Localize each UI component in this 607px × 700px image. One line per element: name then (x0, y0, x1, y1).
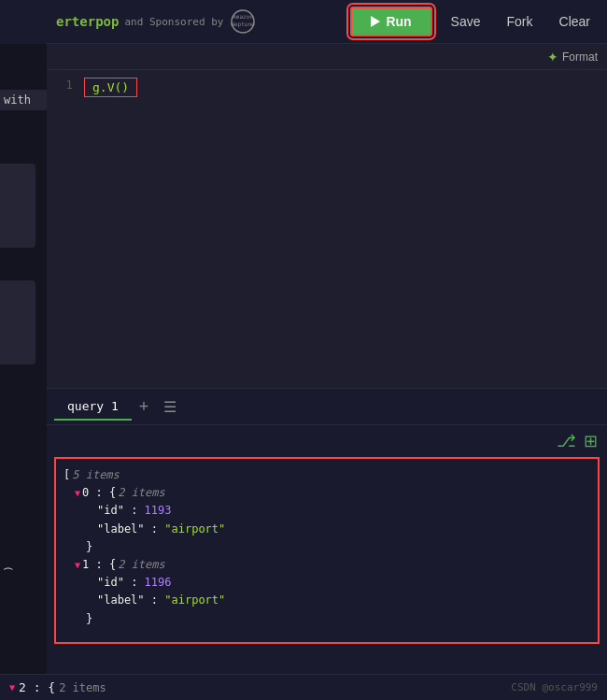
format-button[interactable]: ✦ Format (547, 50, 598, 64)
item-0-label: "label" : "airport" (97, 521, 590, 538)
footer-items-count: 2 items (59, 681, 106, 694)
fork-button[interactable]: Fork (500, 10, 541, 33)
left-panel-box-2: ) (0, 280, 35, 364)
json-tree: [ 5 items ▼ 0 : { 2 items "id" : 1193 (64, 466, 590, 628)
neptune-icon: Amazon Neptune (229, 7, 257, 36)
editor-line-1: 1 g.V() (47, 78, 607, 97)
item-1-label: "label" : "airport" (97, 592, 590, 609)
table-view-button[interactable]: ⊞ (584, 431, 598, 451)
footer-arrow: ▼ (9, 682, 15, 693)
item-0-toggle[interactable]: ▼ (75, 486, 80, 501)
item-0-header: ▼ 0 : { 2 items (75, 484, 590, 502)
code-input[interactable]: g.V() (84, 78, 137, 97)
amazon-logo: Amazon Neptune (229, 7, 257, 36)
item-0-id: "id" : 1193 (97, 502, 590, 520)
format-bar: ✦ Format (47, 44, 607, 70)
sponsored-text: and Sponsored by (124, 16, 223, 28)
item-1-id: "id" : 1196 (97, 574, 590, 592)
logo-area: erterpop and Sponsored by Amazon Neptune (56, 7, 257, 36)
results-area: ⎇ ⊞ [ 5 items ▼ 0 : { 2 items (47, 425, 607, 644)
tree-view-button[interactable]: ⎇ (557, 431, 576, 451)
format-icon: ✦ (547, 50, 558, 64)
item-1-close: } (86, 610, 590, 628)
top-bar: erterpop and Sponsored by Amazon Neptune… (47, 0, 607, 44)
footer-credit: CSDN @oscar999 (511, 681, 598, 693)
footer: ▼ 2 : { 2 items CSDN @oscar999 (0, 674, 607, 700)
run-label: Run (386, 14, 411, 29)
clear-button[interactable]: Clear (552, 10, 598, 33)
footer-left: ▼ 2 : { 2 items (9, 680, 106, 694)
logo-text: erterpop (56, 14, 119, 29)
item-1: ▼ 1 : { 2 items "id" : 1196 "label" : "a… (75, 556, 590, 628)
play-icon (371, 16, 380, 27)
tab-list-button[interactable]: ☰ (156, 398, 184, 416)
root-row: [ 5 items (64, 466, 590, 484)
run-button[interactable]: Run (350, 7, 431, 36)
svg-text:Neptune: Neptune (232, 21, 256, 28)
code-content[interactable]: g.V() (84, 78, 607, 97)
editor-area[interactable]: 1 g.V() (47, 70, 607, 388)
results-container: [ 5 items ▼ 0 : { 2 items "id" : 1193 (54, 457, 600, 644)
line-number-1: 1 (47, 78, 84, 92)
item-0-close: } (86, 538, 590, 556)
panel2-text: ) (2, 565, 14, 572)
svg-text:Amazon: Amazon (233, 13, 254, 20)
add-tab-button[interactable]: + (132, 397, 157, 417)
with-label: with (0, 90, 47, 110)
item-0: ▼ 0 : { 2 items "id" : 1193 "label" : "a… (75, 484, 590, 556)
left-sidebar (0, 44, 47, 700)
left-panel-box-1 (0, 164, 35, 248)
query-tabs: query 1 + ☰ (47, 388, 607, 425)
results-toolbar: ⎇ ⊞ (47, 425, 607, 457)
item-1-header: ▼ 1 : { 2 items (75, 556, 590, 574)
save-button[interactable]: Save (444, 10, 488, 33)
format-label: Format (562, 50, 598, 64)
item-1-toggle[interactable]: ▼ (75, 558, 80, 573)
query-tab-1[interactable]: query 1 (54, 393, 132, 421)
